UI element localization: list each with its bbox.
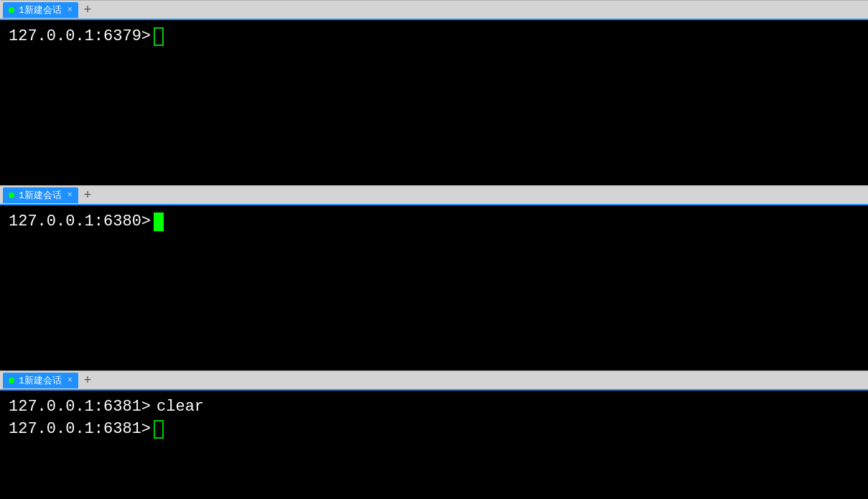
tab-dot-2 bbox=[9, 192, 14, 198]
tab-add-1[interactable]: + bbox=[80, 2, 95, 18]
command-3-1: clear bbox=[157, 396, 204, 419]
tab-label-2: 1新建会话 bbox=[19, 189, 62, 202]
terminal-line-3-2: 127.0.0.1:6381> bbox=[9, 419, 859, 441]
tab-dot-3 bbox=[9, 378, 14, 383]
tab-label-1: 1新建会话 bbox=[19, 4, 62, 17]
terminal-line-2: 127.0.0.1:6380> bbox=[9, 211, 859, 233]
tab-close-1[interactable]: × bbox=[67, 5, 73, 15]
tab-close-2[interactable]: × bbox=[67, 190, 73, 200]
terminal-body-1[interactable]: 127.0.0.1:6379> bbox=[0, 20, 868, 185]
tab-bar-3: 1新建会话 × + bbox=[0, 370, 868, 391]
terminal-section-3: 1新建会话 × + 127.0.0.1:6381> clear 127.0.0.… bbox=[0, 370, 868, 499]
cursor-2 bbox=[154, 213, 164, 231]
terminal-body-3[interactable]: 127.0.0.1:6381> clear 127.0.0.1:6381> bbox=[0, 391, 868, 499]
tab-1[interactable]: 1新建会话 × bbox=[3, 2, 78, 18]
terminal-line-3-1: 127.0.0.1:6381> clear bbox=[9, 396, 859, 419]
tab-3[interactable]: 1新建会话 × bbox=[3, 373, 78, 388]
tab-label-3: 1新建会话 bbox=[19, 374, 62, 387]
prompt-2: 127.0.0.1:6380> bbox=[9, 211, 151, 233]
terminal-line-1: 127.0.0.1:6379> bbox=[9, 26, 859, 48]
tab-add-3[interactable]: + bbox=[80, 373, 95, 388]
prompt-3-1: 127.0.0.1:6381> bbox=[9, 396, 151, 419]
cursor-3 bbox=[154, 420, 164, 439]
prompt-3-2: 127.0.0.1:6381> bbox=[9, 419, 151, 441]
prompt-1: 127.0.0.1:6379> bbox=[9, 26, 151, 48]
terminal-section-1: 1新建会话 × + 127.0.0.1:6379> bbox=[0, 0, 868, 185]
tab-bar-1: 1新建会话 × + bbox=[0, 0, 868, 20]
tab-close-3[interactable]: × bbox=[67, 376, 73, 386]
tab-dot-1 bbox=[9, 7, 14, 13]
tab-bar-2: 1新建会话 × + bbox=[0, 185, 868, 205]
tab-add-2[interactable]: + bbox=[80, 187, 95, 203]
tab-2[interactable]: 1新建会话 × bbox=[3, 187, 78, 203]
cursor-1 bbox=[154, 27, 164, 46]
terminal-body-2[interactable]: 127.0.0.1:6380> bbox=[0, 205, 868, 370]
terminal-section-2: 1新建会话 × + 127.0.0.1:6380> bbox=[0, 185, 868, 370]
